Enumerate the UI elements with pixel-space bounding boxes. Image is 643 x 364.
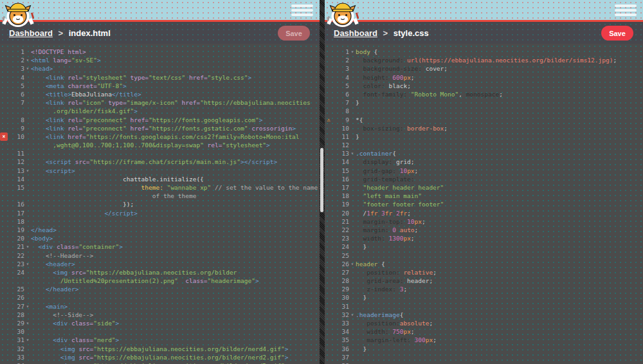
code-row[interactable]: 5 <meta charset="UTF-8"> xyxy=(0,82,320,90)
save-button[interactable]: Save xyxy=(601,26,633,41)
code-row[interactable]: 22 <!--Header--> xyxy=(0,251,320,260)
code-row[interactable]: 32▾.headerimage{ xyxy=(325,311,643,319)
fold-arrow-icon[interactable]: ▾ xyxy=(349,311,356,319)
code-row[interactable]: 21▾ <div class="container"> xyxy=(0,242,320,251)
code-row[interactable]: 12 xyxy=(325,141,643,149)
code-row[interactable]: 17 </script> xyxy=(0,209,320,217)
code-row[interactable]: 8 xyxy=(325,107,643,115)
code-row[interactable]: 28 <!--Side--> xyxy=(0,311,320,319)
code-row[interactable]: 30 xyxy=(0,327,320,336)
code-row[interactable]: 15 theme: "wannabe xp" // set the value … xyxy=(0,183,320,192)
code-row[interactable]: 14 display: grid; xyxy=(325,158,643,166)
code-row[interactable]: 27▾ <main> xyxy=(0,302,320,311)
neocities-cat-logo[interactable] xyxy=(327,1,359,30)
hamburger-menu-icon[interactable] xyxy=(615,5,637,16)
code-row[interactable]: 13▾.container{ xyxy=(325,149,643,158)
code-row[interactable]: 26 xyxy=(0,293,320,302)
code-row[interactable]: 30 } xyxy=(325,293,643,302)
code-row[interactable]: 28 grid-area: header; xyxy=(325,277,643,285)
code-row[interactable]: 19 "footer footer footer" xyxy=(325,200,643,208)
code-row[interactable]: 25 </header> xyxy=(0,285,320,293)
code-row[interactable]: 31 xyxy=(325,302,643,311)
code-row[interactable]: 19</head> xyxy=(0,226,320,234)
code-row[interactable]: 25 xyxy=(325,251,643,260)
code-row[interactable]: 2▾<html lang="sv-SE"> xyxy=(0,56,320,64)
code-row[interactable]: 18 "left main main" xyxy=(325,192,643,200)
code-row[interactable]: 26▾header { xyxy=(325,260,643,268)
code-row[interactable]: 8 <link rel="preconnect" href="https://f… xyxy=(0,116,320,124)
code-row[interactable]: 11 xyxy=(0,149,320,158)
code-row[interactable]: 20 /1fr 3fr 2fr; xyxy=(325,209,643,217)
neocities-cat-logo[interactable] xyxy=(2,1,34,30)
warning-icon[interactable]: ⚠ xyxy=(325,116,332,124)
code-row[interactable]: 10 box-sizing: border-box; xyxy=(325,124,643,132)
code-row[interactable]: 22 margin: 0 auto; xyxy=(325,226,643,234)
code-row[interactable]: 24 <img src="https://ebbajuliana.neociti… xyxy=(0,268,320,277)
fold-arrow-icon[interactable]: ▾ xyxy=(349,48,356,56)
code-row[interactable]: 14 chattable.initialize({ xyxy=(0,175,320,183)
fold-arrow-icon[interactable]: ▾ xyxy=(24,56,31,64)
code-row[interactable]: 20<body> xyxy=(0,234,320,242)
code-row[interactable]: 33 <img src="https://ebbajuliana.neociti… xyxy=(0,353,320,361)
code-row[interactable]: 7} xyxy=(325,98,643,107)
code-row[interactable]: /Untitled%20presentation(2).png" class="… xyxy=(0,277,320,285)
code-row[interactable]: 4 height: 600px; xyxy=(325,73,643,82)
code-row[interactable]: 38 xyxy=(325,361,643,364)
code-row[interactable]: ⚠9*{ xyxy=(325,116,643,124)
code-row[interactable]: 3▾<head> xyxy=(0,64,320,73)
code-row[interactable]: 34 <img src="https://ebbajuliana.neociti… xyxy=(0,361,320,364)
code-row[interactable]: .org/bilder/fisk4.gif"> xyxy=(0,107,320,115)
code-row[interactable]: 9 <link rel="preconnect" href="https://f… xyxy=(0,124,320,132)
code-row[interactable]: 29▾ <div class="side"> xyxy=(0,319,320,327)
code-row[interactable]: 31▾ <div class="nerd"> xyxy=(0,336,320,344)
code-row[interactable]: 1<!DOCTYPE html> xyxy=(0,48,320,56)
code-row[interactable]: 16 }); xyxy=(0,200,320,208)
fold-arrow-icon[interactable]: ▾ xyxy=(24,260,31,268)
code-row[interactable]: 12 <script src="https://iframe.chat/scri… xyxy=(0,158,320,166)
fold-arrow-icon[interactable]: ▾ xyxy=(24,64,31,73)
fold-arrow-icon[interactable]: ▾ xyxy=(24,336,31,344)
code-row[interactable]: 16 grid-template: xyxy=(325,175,643,183)
code-row[interactable]: 6 font-family: "Roboto Mono", monospace; xyxy=(325,90,643,98)
fold-arrow-icon[interactable]: ▾ xyxy=(24,302,31,311)
hamburger-menu-icon[interactable] xyxy=(291,5,313,16)
code-row[interactable]: 11} xyxy=(325,132,643,141)
code-row[interactable]: 29 z-index: 3; xyxy=(325,285,643,293)
code-row[interactable]: 23▾ <header> xyxy=(0,260,320,268)
code-row[interactable]: 33 position:absolute; xyxy=(325,319,643,327)
code-row[interactable]: 5 color: black; xyxy=(325,82,643,90)
fold-arrow-icon[interactable]: ▾ xyxy=(24,319,31,327)
code-row[interactable]: 34 width: 750px; xyxy=(325,327,643,336)
fold-arrow-icon[interactable]: ▾ xyxy=(349,149,356,158)
code-row[interactable]: 37 xyxy=(325,353,643,361)
code-row[interactable]: 7 <link rel="icon" type="image/x-icon" h… xyxy=(0,98,320,107)
code-row[interactable]: 2 background: url(https://ebbajuliana.ne… xyxy=(325,56,643,64)
code-row[interactable]: 27 position: relative; xyxy=(325,268,643,277)
code-row[interactable]: 32 <img src="https://ebbajuliana.neociti… xyxy=(0,345,320,353)
code-row[interactable]: 21 margin-top: 10px; xyxy=(325,217,643,226)
code-row[interactable]: 3 background-size: cover; xyxy=(325,64,643,73)
save-button[interactable]: Save xyxy=(278,26,310,41)
fold-arrow-icon[interactable]: ▾ xyxy=(24,242,31,251)
code-row[interactable]: 36 } xyxy=(325,345,643,353)
scrollbar-track[interactable] xyxy=(320,0,325,364)
scrollbar-thumb[interactable] xyxy=(320,148,323,212)
code-row[interactable]: ×10 <link href="https://fonts.googleapis… xyxy=(0,132,320,141)
code-row[interactable]: 35 margin-left: 300px; xyxy=(325,336,643,344)
code-editor[interactable]: 1<!DOCTYPE html>2▾<html lang="sv-SE">3▾<… xyxy=(0,44,320,364)
code-row[interactable]: of the theme xyxy=(0,192,320,200)
code-row[interactable]: 23 width: 1300px; xyxy=(325,234,643,242)
fold-arrow-icon[interactable]: ▾ xyxy=(24,167,31,175)
code-row[interactable]: 13▾ <script> xyxy=(0,167,320,175)
fold-arrow-icon[interactable]: ▾ xyxy=(349,260,356,268)
code-row[interactable]: 6 <title>EbbaJuliana</title> xyxy=(0,90,320,98)
code-row[interactable]: ,wght@0,100..700;1,100..700&display=swap… xyxy=(0,141,320,149)
code-row[interactable]: 1▾body { xyxy=(325,48,643,56)
error-icon[interactable]: × xyxy=(0,132,8,141)
code-row[interactable]: 18 xyxy=(0,217,320,226)
code-row[interactable]: 4 <link rel="stylesheet" type="text/css"… xyxy=(0,73,320,82)
code-editor[interactable]: 1▾body {2 background: url(https://ebbaju… xyxy=(325,44,643,364)
code-row[interactable]: 24 } xyxy=(325,242,643,251)
code-row[interactable]: 15 grid-gap: 10px; xyxy=(325,167,643,175)
code-row[interactable]: 17 "header header header" xyxy=(325,183,643,192)
